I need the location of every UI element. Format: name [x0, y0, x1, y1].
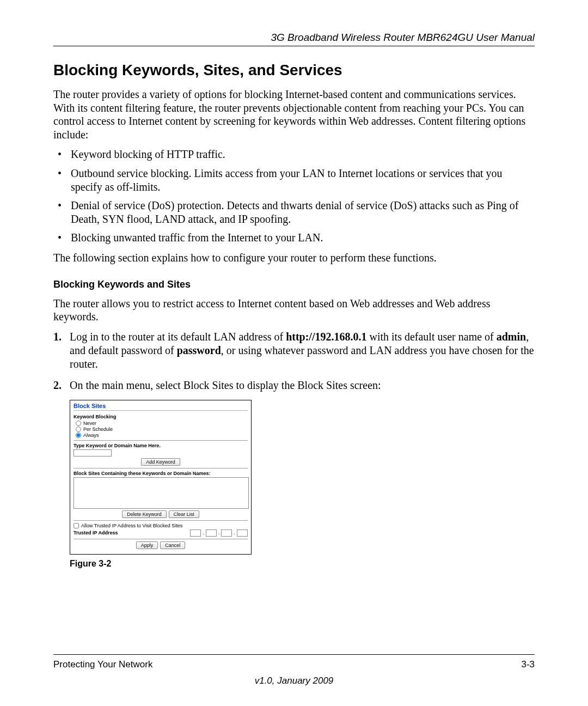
- radio-label: Never: [83, 421, 96, 426]
- keyword-blocking-label: Keyword Blocking: [74, 414, 248, 419]
- trusted-ip-row: Trusted IP Address . . .: [74, 530, 248, 537]
- delete-keyword-button[interactable]: Delete Keyword: [122, 510, 167, 518]
- divider: [74, 520, 248, 521]
- step-text: Log in to the router at its default LAN …: [70, 330, 535, 371]
- radio-per-schedule[interactable]: Per Schedule: [76, 427, 248, 432]
- subsection-title: Blocking Keywords and Sites: [53, 279, 535, 290]
- apply-button[interactable]: Apply: [136, 541, 158, 549]
- dot: .: [233, 530, 236, 535]
- post-list-paragraph: The following section explains how to co…: [53, 251, 535, 265]
- footer-chapter: Protecting Your Network: [53, 659, 152, 670]
- page-footer: Protecting Your Network 3-3 v1.0, Januar…: [53, 654, 535, 686]
- ip-inputs: . . .: [190, 530, 248, 537]
- dot: .: [202, 530, 205, 535]
- bold-password: password: [177, 344, 221, 356]
- list-item: 1. Log in to the router at its default L…: [53, 330, 535, 371]
- radio-label: Per Schedule: [83, 427, 113, 432]
- clear-list-button[interactable]: Clear List: [169, 510, 199, 518]
- text-fragment: with its default user name of: [366, 331, 496, 343]
- radio-input[interactable]: [76, 421, 81, 426]
- block-sites-screenshot: Block Sites Keyword Blocking Never Per S…: [70, 400, 252, 555]
- ip-octet-input[interactable]: [190, 530, 201, 537]
- bullet-list: Keyword blocking of HTTP traffic. Outbou…: [53, 148, 535, 245]
- radio-never[interactable]: Never: [76, 421, 248, 426]
- type-keyword-label: Type Keyword or Domain Name Here.: [74, 443, 248, 448]
- radio-label: Always: [83, 433, 99, 438]
- add-keyword-button[interactable]: Add Keyword: [141, 458, 180, 466]
- bullet-item: Outbound service blocking. Limits access…: [70, 167, 535, 193]
- running-header: 3G Broadband Wireless Router MBR624GU Us…: [53, 32, 535, 44]
- intro-paragraph: The router provides a variety of options…: [53, 88, 535, 141]
- divider: [74, 468, 248, 468]
- divider: [74, 440, 248, 441]
- bullet-item: Keyword blocking of HTTP traffic.: [70, 148, 535, 161]
- divider: [74, 539, 248, 539]
- ip-octet-input[interactable]: [206, 530, 217, 537]
- text-fragment: Log in to the router at its default LAN …: [70, 331, 286, 343]
- step-text: On the main menu, select Block Sites to …: [70, 379, 535, 392]
- cancel-button[interactable]: Cancel: [160, 541, 185, 549]
- bullet-item: Denial of service (DoS) protection. Dete…: [70, 199, 535, 226]
- figure-caption: Figure 3-2: [70, 559, 535, 569]
- header-rule: [53, 46, 535, 46]
- keyword-input[interactable]: [74, 449, 112, 457]
- block-list-label: Block Sites Containing these Keywords or…: [74, 471, 248, 476]
- keyword-listbox[interactable]: [74, 477, 249, 509]
- footer-page-number: 3-3: [521, 659, 535, 670]
- ip-octet-input[interactable]: [237, 530, 248, 537]
- section-title: Blocking Keywords, Sites, and Services: [53, 62, 535, 79]
- bold-user: admin: [497, 331, 526, 343]
- list-item: 2. On the main menu, select Block Sites …: [53, 379, 535, 392]
- footer-version: v1.0, January 2009: [53, 675, 535, 686]
- dot: .: [218, 530, 220, 535]
- bullet-item: Blocking unwanted traffic from the Inter…: [70, 231, 535, 245]
- allow-trusted-checkbox[interactable]: Allow Trusted IP Address to Visit Blocke…: [74, 523, 248, 528]
- radio-input[interactable]: [76, 427, 81, 432]
- radio-always[interactable]: Always: [76, 433, 248, 438]
- trusted-ip-label: Trusted IP Address: [74, 530, 118, 535]
- checkbox-input[interactable]: [74, 523, 79, 528]
- step-number: 1.: [53, 330, 70, 371]
- radio-input[interactable]: [76, 433, 81, 438]
- subsection-intro: The router allows you to restrict access…: [53, 297, 535, 324]
- panel-title: Block Sites: [74, 403, 248, 411]
- ip-octet-input[interactable]: [221, 530, 232, 537]
- bold-address: http://192.168.0.1: [286, 331, 366, 343]
- page: 3G Broadband Wireless Router MBR624GU Us…: [0, 0, 588, 706]
- checkbox-label: Allow Trusted IP Address to Visit Blocke…: [81, 523, 182, 528]
- footer-rule: [53, 654, 535, 655]
- numbered-list: 1. Log in to the router at its default L…: [53, 330, 535, 392]
- step-number: 2.: [53, 379, 70, 392]
